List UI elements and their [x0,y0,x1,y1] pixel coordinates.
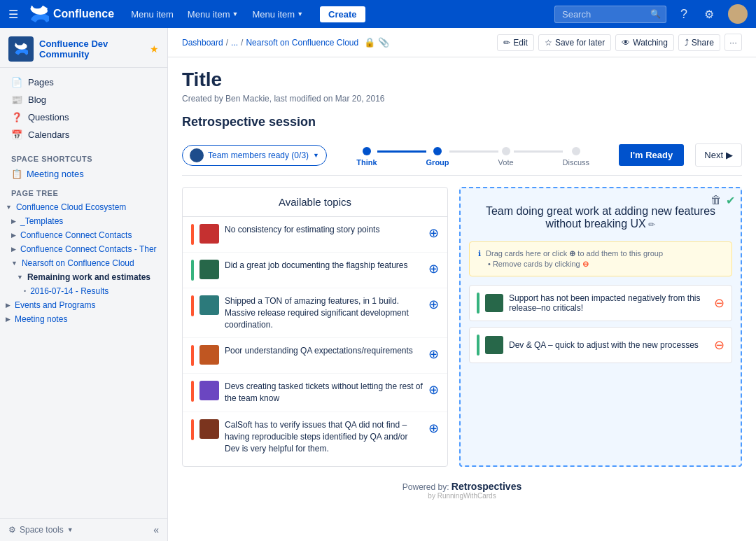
edit-button[interactable]: ✏ Edit [497,34,534,51]
watching-label: Watching [633,38,668,48]
sidebar-item-questions[interactable]: ❓ Questions [0,108,167,126]
share-button[interactable]: ⤴ Share [678,34,720,51]
next-chevron-icon: ▶ [726,150,733,160]
remove-card-button-0[interactable]: ⊖ [714,295,724,311]
search-input[interactable] [554,6,666,23]
topic-add-button-0[interactable]: ⊕ [428,225,439,241]
breadcrumb-dashboard[interactable]: Dashboard [182,38,223,48]
sidebar-shortcut-meeting-notes[interactable]: 📋 Meeting notes [0,166,167,182]
step-group: Group [426,147,449,167]
collapse-sidebar-button[interactable]: « [153,524,159,535]
menu-item-3[interactable]: Menu item ▼ [246,6,309,22]
topic-card-4[interactable]: Devs creating tasked tickets without let… [183,374,447,412]
menu-item-1[interactable]: Menu item [125,6,179,22]
group-card-0: Support has not been impacted negatively… [469,285,732,321]
breadcrumb-ellipsis[interactable]: ... [231,38,238,48]
breadcrumb-sep-2: / [241,38,243,48]
tree-item-8[interactable]: ▶Meeting notes [0,312,167,326]
tree-item-5[interactable]: ▼Remaining work and estimates [0,270,167,284]
tree-label: 2016-07-14 - Results [30,286,108,296]
eye-icon: 👁 [622,38,630,48]
step-dot-group [433,147,442,155]
topic-add-button-2[interactable]: ⊕ [428,297,439,312]
save-label: Save for later [555,38,605,48]
topic-card-5[interactable]: CalSoft has to verify issues that QA did… [183,412,447,461]
sidebar-item-pages[interactable]: 📄 Pages [0,73,167,91]
powered-by-section: Powered by: Retrospectives by RunningWit… [182,467,742,514]
tree-item-2[interactable]: ▶Confluence Connect Contacts [0,228,167,242]
powered-brand: Retrospectives [451,481,522,492]
connector-2 [449,150,498,153]
menu-item-2[interactable]: Menu item ▼ [182,6,244,22]
logo-text: Confluence [53,8,114,20]
tree-item-6[interactable]: •2016-07-14 - Results [0,284,167,298]
blog-icon: 📰 [11,94,22,105]
page-header-bar: Dashboard / ... / Nearsoft on Confluence… [168,28,756,57]
remove-card-button-1[interactable]: ⊖ [714,337,724,353]
chevron-down-icon-team: ▼ [313,152,319,159]
topic-card-3[interactable]: Poor understanding QA expectations/requi… [183,338,447,374]
tree-label: Confluence Cloud Ecosystem [16,202,126,212]
tree-item-1[interactable]: ▶_Templates [0,214,167,228]
topic-add-button-5[interactable]: ⊕ [428,421,439,436]
topic-text-0: No consistency for estimating story poin… [225,224,423,236]
sidebar-footer: ⚙ Space tools ▼ « [0,518,167,541]
tree-item-0[interactable]: ▼Confluence Cloud Ecosystem [0,200,167,214]
group-panel: 🗑 ✔ Team doing great work at adding new … [459,187,742,467]
confirm-group-icon[interactable]: ✔ [726,194,735,207]
space-logo-icon [8,36,34,62]
topic-card-1[interactable]: Did a great job documenting the flagship… [183,253,447,288]
star-icon[interactable]: ★ [150,43,159,55]
save-for-later-button[interactable]: ☆ Save for later [538,34,611,51]
topic-text-4: Devs creating tasked tickets without let… [225,381,423,405]
powered-sub: by RunningWithCards [196,492,728,500]
space-name[interactable]: Confluence Dev Community [39,38,144,59]
topic-avatar-0 [200,224,219,244]
tree-chevron: ▼ [11,260,18,267]
team-ready-badge[interactable]: Team members ready (0/3) ▼ [182,145,327,166]
tree-item-7[interactable]: ▶Events and Programs [0,298,167,312]
sidebar-item-blog[interactable]: 📰 Blog [0,91,167,108]
edit-group-title-icon[interactable]: ✏ [648,220,655,230]
nav-menu-items: Menu item Menu item ▼ Menu item ▼ [125,6,309,22]
breadcrumb: Dashboard / ... / Nearsoft on Confluence… [182,37,491,48]
group-panel-actions: 🗑 ✔ [710,194,735,207]
share-icon: ⤴ [685,38,689,48]
tree-item-4[interactable]: ▼Nearsoft on Confluence Cloud [0,256,167,270]
sidebar-item-calendars[interactable]: 📅 Calendars [0,126,167,143]
user-avatar[interactable] [728,4,748,24]
watching-button[interactable]: 👁 Watching [615,34,674,51]
im-ready-button[interactable]: I'm Ready [619,144,684,166]
topic-add-button-3[interactable]: ⊕ [428,346,439,362]
more-actions-button[interactable]: ··· [724,34,742,51]
topic-card-0[interactable]: No consistency for estimating story poin… [183,217,447,253]
topic-color-bar-5 [191,419,194,440]
content-area: Retrospective session Team members ready… [168,109,756,528]
team-ready-label: Team members ready (0/3) [208,150,309,160]
hamburger-menu[interactable]: ☰ [8,8,18,21]
confluence-logo[interactable]: Confluence [29,4,114,24]
help-icon[interactable]: ? [678,4,690,24]
team-avatar [190,148,204,162]
breadcrumb-page[interactable]: Nearsoft on Confluence Cloud [246,38,358,48]
topic-card-2[interactable]: Shipped a TON of amazing features, in 1 … [183,288,447,338]
next-button[interactable]: Next ▶ [695,143,742,167]
tree-item-3[interactable]: ▶Confluence Connect Contacts - Ther [0,242,167,256]
powered-by-label: Powered by: [402,482,449,492]
step-dot-discuss [572,147,580,155]
create-button[interactable]: Create [320,6,365,22]
step-vote: Vote [498,147,514,167]
edit-label: Edit [513,38,528,48]
step-dot-vote [502,147,510,155]
delete-group-icon[interactable]: 🗑 [710,194,722,207]
sidebar-navigation: 📄 Pages 📰 Blog ❓ Questions 📅 Calendars [0,68,167,149]
lock-icon: 🔒 [364,37,375,48]
page-title: Title [182,69,742,91]
calendars-icon: 📅 [11,129,22,140]
space-tools-button[interactable]: ⚙ Space tools ▼ [8,525,74,535]
settings-icon[interactable]: ⚙ [701,5,717,24]
topic-add-button-1[interactable]: ⊕ [428,261,439,276]
search-icon: 🔍 [650,9,661,19]
questions-icon: ❓ [11,112,22,122]
topic-add-button-4[interactable]: ⊕ [428,382,439,398]
